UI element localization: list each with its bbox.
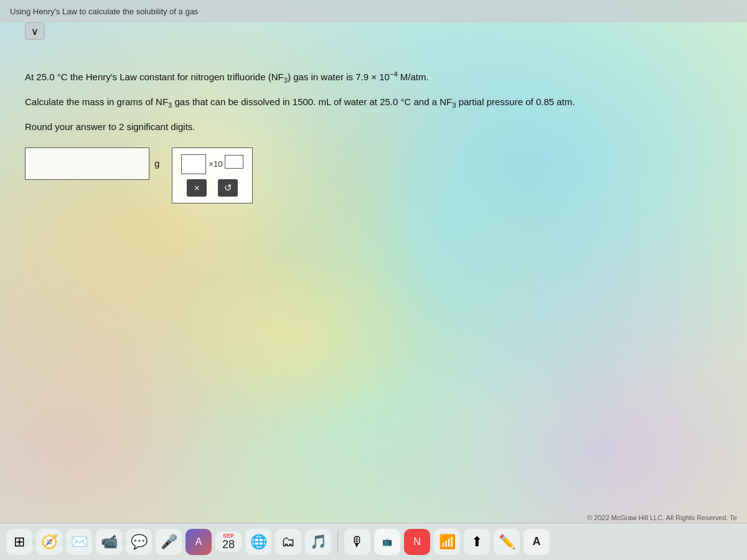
sci-notation-panel: ×10 × ↺ — [172, 147, 253, 203]
dock-icon-music[interactable]: 🎵 — [305, 529, 331, 555]
dock-icon-news[interactable]: N — [404, 529, 430, 555]
dock-icon-apps[interactable]: ⊞ — [6, 529, 32, 555]
top-bar: Using Henry's Law to calculate the solub… — [0, 0, 747, 22]
dock-icon-arc[interactable]: A — [186, 529, 212, 555]
copyright-text: © 2022 McGraw Hill LLC. All Rights Reser… — [587, 514, 737, 521]
dock-icon-mail[interactable]: ✉️ — [66, 529, 92, 555]
collapse-button[interactable]: ∨ — [25, 22, 45, 40]
dock-icon-compass[interactable]: 🧭 — [36, 529, 62, 555]
dock-icon-font[interactable]: A — [524, 529, 550, 555]
dock-icon-podcasts[interactable]: 🎙 — [344, 529, 370, 555]
dock-icon-finder[interactable]: 🗂 — [275, 529, 301, 555]
problem-line2: Calculate the mass in grams of NF3 gas t… — [25, 94, 722, 111]
problem-line1: At 25.0 °C the Henry's Law constant for … — [25, 68, 722, 86]
unit-label: g — [154, 158, 159, 169]
dock-calendar[interactable]: SEP 28 — [215, 531, 242, 553]
answer-box: g — [25, 147, 159, 180]
problem-statement: At 25.0 °C the Henry's Law constant for … — [25, 68, 722, 135]
dock: ⊞ 🧭 ✉️ 📹 💬 🎤 A SEP 28 🌐 🗂 🎵 🎙 📺 N 📶 ⬆ ✏️… — [0, 523, 747, 560]
content-area: At 25.0 °C the Henry's Law constant for … — [0, 22, 747, 523]
dock-icon-action[interactable]: ✏️ — [494, 529, 520, 555]
chevron-down-icon: ∨ — [31, 26, 39, 37]
dock-icon-facetime[interactable]: 📹 — [96, 529, 122, 555]
sci-exponent-input[interactable] — [225, 155, 243, 169]
answer-input[interactable] — [25, 147, 149, 180]
dock-icon-siri[interactable]: 🎤 — [156, 529, 182, 555]
dock-icon-chrome[interactable]: 🌐 — [245, 529, 271, 555]
sci-notation-buttons: × ↺ — [187, 179, 238, 197]
x10-label: ×10 — [209, 159, 222, 169]
dock-icon-upload[interactable]: ⬆ — [464, 529, 490, 555]
sci-mantissa-input[interactable] — [181, 154, 206, 174]
page-title: Using Henry's Law to calculate the solub… — [10, 7, 198, 16]
dock-calendar-day: 28 — [222, 539, 235, 551]
problem-line3: Round your answer to 2 significant digit… — [25, 119, 722, 135]
dock-icon-signal[interactable]: 📶 — [434, 529, 460, 555]
sci-notation-top: ×10 — [181, 154, 243, 174]
sci-undo-button[interactable]: ↺ — [218, 179, 238, 197]
dock-icon-messages[interactable]: 💬 — [126, 529, 152, 555]
dock-icon-appletv[interactable]: 📺 — [374, 529, 400, 555]
appletv-label: 📺 — [382, 537, 392, 546]
sci-close-button[interactable]: × — [187, 179, 207, 197]
dock-separator — [337, 531, 338, 553]
input-row: g ×10 × ↺ — [25, 147, 722, 203]
